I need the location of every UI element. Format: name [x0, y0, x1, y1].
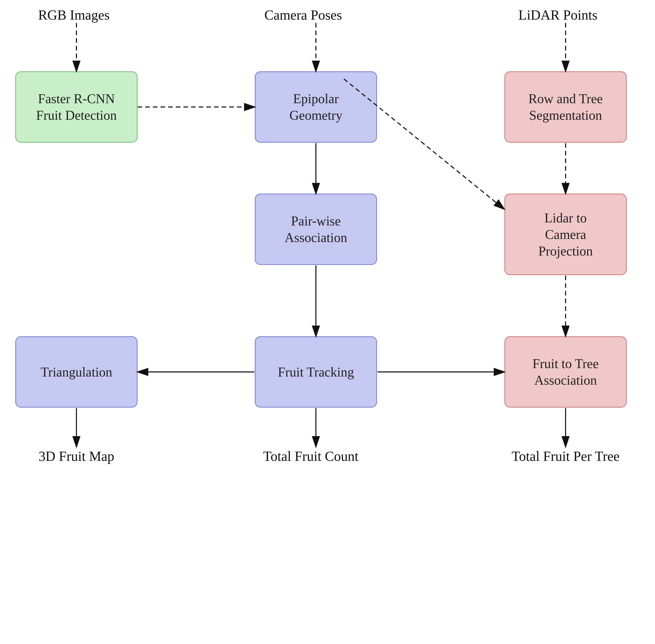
node-fruit-to-tree-label: Fruit to TreeAssociation — [533, 355, 599, 389]
node-fruit-tracking-label: Fruit Tracking — [278, 364, 354, 380]
label-rgb-images: RGB Images — [20, 7, 128, 23]
node-lidar-camera: Lidar toCameraProjection — [504, 193, 627, 275]
node-faster-rcnn: Faster R-CNNFruit Detection — [15, 71, 138, 143]
node-fruit-to-tree: Fruit to TreeAssociation — [504, 336, 627, 408]
node-fruit-tracking: Fruit Tracking — [255, 336, 377, 408]
node-epipolar: EpipolarGeometry — [255, 71, 377, 143]
diagram-container: RGB Images Camera Poses LiDAR Points Fas… — [0, 0, 655, 644]
node-row-tree-seg: Row and TreeSegmentation — [504, 71, 627, 143]
node-lidar-camera-label: Lidar toCameraProjection — [538, 210, 593, 259]
label-total-fruit-per-tree: Total Fruit Per Tree — [499, 448, 632, 464]
node-row-tree-seg-label: Row and TreeSegmentation — [528, 90, 603, 123]
node-pairwise-label: Pair-wiseAssociation — [285, 213, 347, 246]
label-camera-poses: Camera Poses — [250, 7, 357, 23]
node-epipolar-label: EpipolarGeometry — [289, 90, 342, 123]
node-triangulation: Triangulation — [15, 336, 138, 408]
node-faster-rcnn-label: Faster R-CNNFruit Detection — [36, 90, 117, 123]
node-triangulation-label: Triangulation — [41, 364, 112, 380]
label-lidar-points: LiDAR Points — [504, 7, 611, 23]
label-3d-fruit-map: 3D Fruit Map — [15, 448, 138, 464]
label-total-fruit-count: Total Fruit Count — [250, 448, 372, 464]
node-pairwise: Pair-wiseAssociation — [255, 193, 377, 265]
